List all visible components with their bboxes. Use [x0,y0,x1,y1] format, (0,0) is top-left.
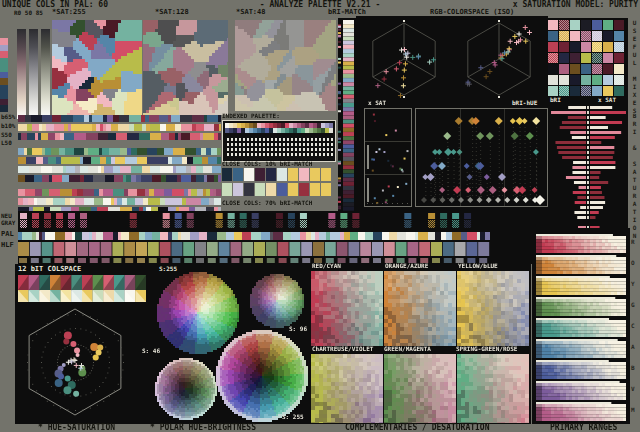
close-cols-row-1 [222,168,336,181]
palette-strip [18,157,221,164]
sat128-label: *SAT:128 [155,9,189,16]
disc-sat46-label: S: 46 [142,348,160,354]
palette-strip [18,175,221,182]
hlf-row-label: HLF [1,242,14,249]
palette-slot-dots [225,136,333,157]
colspace-12bit-strip [18,275,146,302]
primary-letter-o: O [631,260,635,266]
primary-letter-v: V [631,386,635,392]
palette-strip [18,198,221,205]
primary-letter-y: Y [631,281,635,287]
comp-title-springgreen-rose: SPRING-GREEN/ROSE [456,346,517,352]
sat128-voronoi-map [143,20,228,115]
polar-disc-sat255-dark [216,330,308,422]
comp-title-yellow-blue: YELLOW/bLUE [458,263,498,269]
polar-disc-sat46 [155,358,217,420]
indexed-palette-swatches [225,123,333,133]
ramp-bar-2 [29,29,38,119]
pal-row-label: PAL [1,231,14,238]
ramp-columns-label: R0 50 85 [14,10,43,16]
ramp-bar-3 [41,29,50,119]
bri-bars-label: bRI [550,97,561,103]
primary-letter-c: C [631,323,635,329]
palette-strip [18,115,221,122]
primary-letter-b: B [631,365,635,371]
mid-palette-band [18,211,490,264]
polar-disc-sat96 [250,274,304,328]
disc-sat255b-label: S: 255 [282,414,304,420]
primary-letter-a: A [631,344,635,350]
indexed-palette-label: INDEXED PALETTE: [222,113,280,119]
comp-panel-springgreen-rose [457,354,529,423]
sat-bars-label: x SAT [598,97,616,103]
colspace-12bit-label: 12 bIT COLSPACE [18,266,81,273]
rgb-cube-brihue-plot [453,20,545,98]
strip-label-b65: b65% [1,114,15,120]
comp-title-orange-azure: ORANGE/AZURE [385,263,428,269]
footer-polar-hue-brightness: * POLAR HUE-BRIGHTNESS [150,424,256,432]
bri-sat-bars-chart [550,106,626,246]
strip-label-b10: b10% [1,123,15,129]
comp-title-chartreuse-violet: ChARTREUSE/VIOLET [312,346,373,352]
comp-panel-red-cyan [311,271,383,346]
bri-saturation-vertical-label: BRI & SATURATION [630,112,638,252]
gray-row-label: GRAY [1,220,15,226]
sat48-voronoi-map [235,20,336,111]
useful-mixes-vertical-label: USEFUL MIXES [630,19,638,105]
sat255-label: *SAT:255 [52,9,86,16]
left-edge-color-strip [0,38,8,112]
palette-strip [18,166,221,173]
ramp-bar-1 [17,29,26,119]
bri-sat-bars-panel: bRI x SAT [548,96,628,248]
bri-match-column [338,18,356,212]
rgb-colorspace-title: RGB-COLORSPACE (ISO) [430,9,514,16]
comp-panel-chartreuse-violet [311,354,383,423]
footer-complementaries: COMPLEMENTARIES / DESATURATION [345,424,490,432]
palette-strip [18,133,221,140]
hue-saturation-hex-wheel [18,304,132,420]
palette-analyzer-screen: UNIQUE COLS IN PAL: 60 - ANALYZE PALETTE… [0,0,640,432]
primary-letter-m: M [631,407,635,413]
close-cols-70-label: CLOSE COLS: 70% bRI-MATCH [222,200,312,206]
primary-letter-r: R [631,239,635,245]
rgb-colorspace-panel: x SAT bRI-hUE [356,16,548,212]
sat-scatter-panel [364,108,412,207]
comp-panel-green-magenta [384,354,456,423]
primary-letter-g: G [631,302,635,308]
comp-title-green-magenta: GREEN/MAGENTA [384,346,431,352]
saturation-model-label: x SATURATION MODEL: PURITY [513,1,638,9]
sat255-voronoi-map [52,20,142,115]
primary-ranges-bands [536,234,626,422]
rgb-cube-sat-plot [358,20,450,98]
strip-label-s50: S50 [1,132,12,138]
bri-match-label: bRI-MATCh [328,9,366,16]
close-cols-10-label: CLOSE COLS: 10% bRI-MATCH [222,161,312,167]
palette-strip [18,148,221,155]
bri-hue-scatter-panel [415,108,548,207]
comp-title-red-cyan: RED/CYAN [312,263,341,269]
x-sat-label: x SAT [368,100,386,106]
palette-strip [18,189,221,196]
useful-mixes-grid [546,18,628,98]
close-cols-row-2 [222,183,336,196]
strip-label-l50: L50 [1,140,12,146]
comp-panel-orange-azure [384,271,456,346]
sat48-label: *SAT:48 [236,9,266,16]
comp-panel-yellow-blue [457,271,529,346]
palette-strip [18,124,221,131]
footer-primary-ranges: PRIMARY RANGES [550,424,617,432]
bri-hue-label: bRI-hUE [512,100,537,106]
indexed-palette-box [222,120,336,162]
footer-hue-saturation: * HUE-SATURATION [38,424,115,432]
